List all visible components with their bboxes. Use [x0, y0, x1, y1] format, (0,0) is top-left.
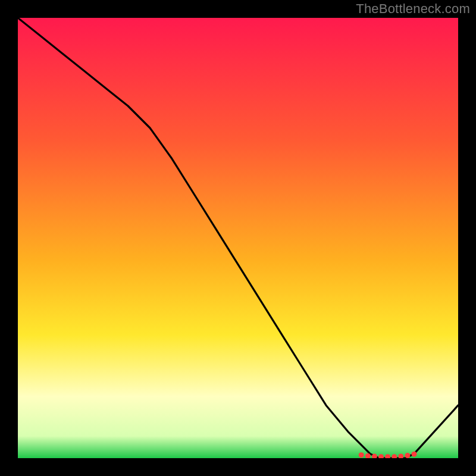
marker-group [359, 452, 417, 458]
marker-dot [398, 454, 403, 459]
watermark-text: TheBottleneck.com [356, 1, 470, 17]
marker-dot [359, 452, 364, 458]
marker-dot [405, 453, 410, 458]
curve-layer [18, 18, 458, 458]
chart-stage: TheBottleneck.com [0, 0, 476, 476]
marker-dot [392, 454, 397, 458]
marker-dot [378, 454, 384, 458]
marker-dot [385, 454, 390, 458]
bottleneck-curve [18, 18, 458, 458]
marker-dot [412, 452, 417, 457]
plot-area [18, 18, 458, 458]
